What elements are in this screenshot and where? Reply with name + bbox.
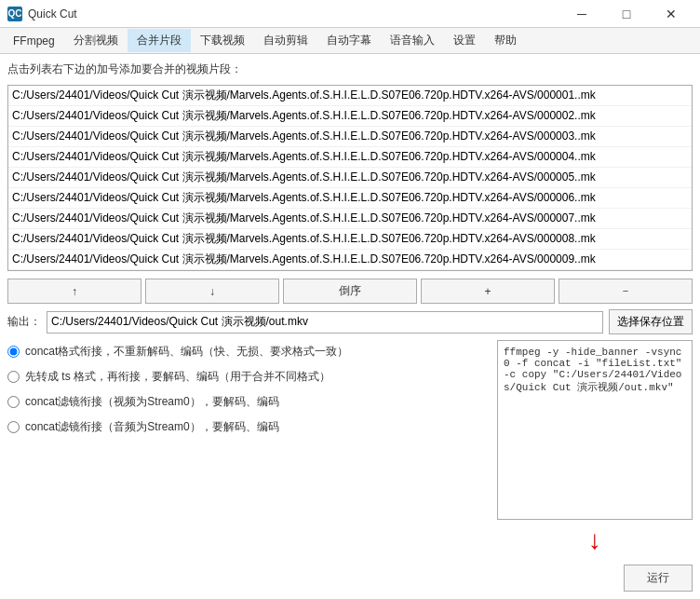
title-bar: QC Quick Cut ─ □ ✕ xyxy=(0,0,700,28)
reverse-button[interactable]: 倒序 xyxy=(283,279,417,304)
save-location-button[interactable]: 选择保存位置 xyxy=(609,309,693,334)
instruction-text: 点击列表右下边的加号添加要合并的视频片段： xyxy=(7,61,693,77)
list-item[interactable]: C:/Users/24401/Videos/Quick Cut 演示视频/Mar… xyxy=(8,147,692,168)
radio-input-opt2[interactable] xyxy=(7,371,20,383)
radio-label-opt3: concat滤镜衔接（视频为Stream0），要解码、编码 xyxy=(25,394,279,410)
options-panel: concat格式衔接，不重新解码、编码（快、无损、要求格式一致）先转成 ts 格… xyxy=(7,340,490,592)
radio-input-opt4[interactable] xyxy=(7,421,20,433)
radio-option-opt1[interactable]: concat格式衔接，不重新解码、编码（快、无损、要求格式一致） xyxy=(7,344,490,360)
radio-input-opt3[interactable] xyxy=(7,396,20,408)
title-bar-left: QC Quick Cut xyxy=(7,7,77,21)
list-item[interactable]: C:/Users/24401/Videos/Quick Cut 演示视频/Mar… xyxy=(8,229,692,250)
menu-item-自动剪辑[interactable]: 自动剪辑 xyxy=(254,29,317,52)
remove-button[interactable]: － xyxy=(559,279,693,304)
output-row: 输出： 选择保存位置 xyxy=(7,309,693,334)
add-button[interactable]: + xyxy=(421,279,555,304)
list-item[interactable]: C:/Users/24401/Videos/Quick Cut 演示视频/Mar… xyxy=(8,209,692,229)
move-down-button[interactable]: ↓ xyxy=(145,279,279,304)
command-area: ffmpeg -y -hide_banner -vsync 0 -f conca… xyxy=(497,340,693,592)
app-icon: QC xyxy=(7,7,22,21)
menu-item-合并片段[interactable]: 合并片段 xyxy=(128,29,191,52)
command-box: ffmpeg -y -hide_banner -vsync 0 -f conca… xyxy=(497,340,693,520)
menu-item-FFmpeg[interactable]: FFmpeg xyxy=(4,31,64,51)
list-item[interactable]: C:/Users/24401/Videos/Quick Cut 演示视频/Mar… xyxy=(8,127,692,147)
list-item[interactable]: C:/Users/24401/Videos/Quick Cut 演示视频/Mar… xyxy=(8,188,692,209)
output-path-input[interactable] xyxy=(47,311,603,334)
menu-item-分割视频[interactable]: 分割视频 xyxy=(64,29,128,52)
app-title: Quick Cut xyxy=(28,7,77,20)
close-button[interactable]: ✕ xyxy=(650,0,693,28)
window-controls: ─ □ ✕ xyxy=(560,0,693,28)
maximize-button[interactable]: □ xyxy=(605,0,648,28)
radio-label-opt1: concat格式衔接，不重新解码、编码（快、无损、要求格式一致） xyxy=(25,344,348,360)
radio-label-opt4: concat滤镜衔接（音频为Stream0），要解码、编码 xyxy=(25,419,279,435)
arrow-area: ↓ xyxy=(497,524,693,557)
move-up-button[interactable]: ↑ xyxy=(7,279,141,304)
radio-option-opt2[interactable]: 先转成 ts 格式，再衔接，要解码、编码（用于合并不同格式） xyxy=(7,369,490,385)
minimize-button[interactable]: ─ xyxy=(560,0,603,28)
file-list-container[interactable]: C:/Users/24401/Videos/Quick Cut 演示视频/Mar… xyxy=(7,85,693,271)
menu-item-帮助[interactable]: 帮助 xyxy=(485,29,526,52)
main-content: 点击列表右下边的加号添加要合并的视频片段： C:/Users/24401/Vid… xyxy=(0,54,700,599)
menu-item-自动字幕[interactable]: 自动字幕 xyxy=(317,29,381,52)
list-item[interactable]: C:/Users/24401/Videos/Quick Cut 演示视频/Mar… xyxy=(8,250,692,270)
output-label: 输出： xyxy=(7,314,41,330)
radio-input-opt1[interactable] xyxy=(7,346,20,358)
list-item[interactable]: C:/Users/24401/Videos/Quick Cut 演示视频/Mar… xyxy=(8,106,692,127)
menu-item-语音输入[interactable]: 语音输入 xyxy=(381,29,444,52)
radio-option-opt3[interactable]: concat滤镜衔接（视频为Stream0），要解码、编码 xyxy=(7,394,490,410)
button-row: ↑ ↓ 倒序 + － xyxy=(7,279,693,304)
menu-bar: FFmpeg分割视频合并片段下载视频自动剪辑自动字幕语音输入设置帮助 xyxy=(0,28,700,54)
radio-option-opt4[interactable]: concat滤镜衔接（音频为Stream0），要解码、编码 xyxy=(7,419,490,435)
menu-item-设置[interactable]: 设置 xyxy=(444,29,485,52)
list-item[interactable]: C:/Users/24401/Videos/Quick Cut 演示视频/Mar… xyxy=(8,86,692,106)
run-button[interactable]: 运行 xyxy=(624,565,693,592)
run-area: 运行 xyxy=(497,565,693,592)
down-arrow-icon: ↓ xyxy=(588,527,601,553)
radio-label-opt2: 先转成 ts 格式，再衔接，要解码、编码（用于合并不同格式） xyxy=(25,369,330,385)
menu-item-下载视频[interactable]: 下载视频 xyxy=(191,29,254,52)
list-item[interactable]: C:/Users/24401/Videos/Quick Cut 演示视频/Mar… xyxy=(8,168,692,188)
lower-area: concat格式衔接，不重新解码、编码（快、无损、要求格式一致）先转成 ts 格… xyxy=(7,340,693,592)
